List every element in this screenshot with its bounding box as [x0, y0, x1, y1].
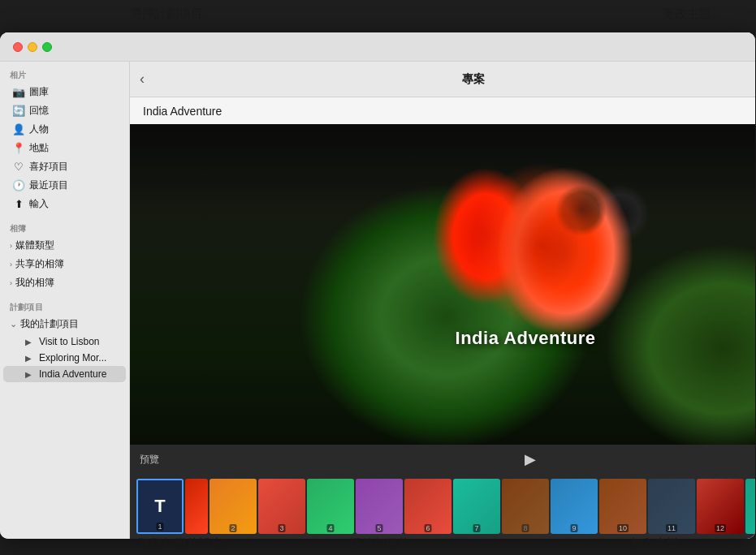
- main-content: ‹ 專案 輸出 🔍 India Adventure 44 張幻燈片・2:38 分…: [130, 32, 755, 539]
- frame-number-11: 11: [666, 524, 677, 532]
- filmstrip-frame-2[interactable]: 2: [210, 479, 257, 534]
- sidebar-item-memories[interactable]: 🔄 回憶: [3, 101, 126, 120]
- frame-number-6: 6: [424, 524, 431, 532]
- close-button[interactable]: [13, 42, 23, 52]
- sidebar-item-people[interactable]: 👤 人物: [3, 120, 126, 139]
- sidebar-item-india-adventure[interactable]: ▶ India Adventure: [3, 366, 126, 382]
- project-header: India Adventure 44 張幻燈片・2:38 分: [130, 97, 755, 124]
- filmstrip-frame-3[interactable]: 3: [258, 479, 305, 534]
- filmstrip-frame-9[interactable]: 9: [551, 479, 598, 534]
- favorites-icon: ♡: [13, 161, 24, 173]
- annotation-add-music: 加入音樂。: [630, 536, 691, 552]
- filmstrip-frame-13[interactable]: 13: [745, 479, 755, 534]
- filmstrip-frame-7[interactable]: 7: [453, 479, 500, 534]
- sidebar-group-my-projects[interactable]: ⌄ 我的計劃項目: [3, 315, 126, 333]
- sidebar-item-favorites[interactable]: ♡ 喜好項目: [3, 157, 126, 176]
- sidebar-section-albums: 相簿: [0, 218, 129, 236]
- frame-number-7: 7: [473, 524, 480, 532]
- sidebar-item-label-memories: 回憶: [29, 104, 49, 118]
- sidebar-section-photos: 相片: [0, 65, 129, 83]
- slideshow-icon-2: ▶: [23, 352, 34, 364]
- filmstrip-frame-6[interactable]: 6: [404, 479, 451, 534]
- filmstrip-frame-4[interactable]: 4: [307, 479, 354, 534]
- sidebar-item-library[interactable]: 📷 圖庫: [3, 83, 126, 101]
- filmstrip-frame-12[interactable]: 12: [697, 479, 744, 534]
- filmstrip-frame-1[interactable]: T 1: [136, 479, 184, 534]
- frame-number-1: 1: [156, 523, 163, 531]
- app-window: 相片 📷 圖庫 🔄 回憶 👤 人物 📍 地點 ♡ 喜好項目 🕐 最近項目 ⬆ 輸…: [0, 32, 755, 539]
- filmstrip: T 1 2 3 4 5 6 7: [130, 474, 755, 539]
- sidebar-item-label-recent: 最近項目: [29, 179, 68, 192]
- sidebar-item-label-visit-lisbon: Visit to Lisbon: [39, 336, 100, 347]
- frame-number-5: 5: [375, 524, 382, 532]
- project-title: India Adventure: [143, 105, 222, 118]
- frame-number-8: 8: [521, 524, 529, 532]
- toolbar-title: 專案: [154, 72, 755, 87]
- chevron-right-icon-2: ›: [10, 260, 12, 269]
- frame-number-2: 2: [229, 524, 236, 532]
- sidebar-group-my-albums[interactable]: › 我的相簿: [3, 273, 126, 292]
- sidebar-section-projects: 計劃項目: [0, 297, 129, 315]
- sidebar-item-label-my-albums: 我的相簿: [15, 276, 54, 290]
- chevron-down-icon: ⌄: [10, 319, 17, 329]
- minimize-button[interactable]: [28, 42, 37, 52]
- preview-area: India Adventure: [130, 124, 755, 445]
- sidebar-group-media-types[interactable]: › 媒體類型: [3, 236, 126, 255]
- people-icon: 👤: [13, 124, 24, 136]
- preview-label: 預覽: [140, 453, 159, 467]
- traffic-lights: [13, 42, 52, 52]
- filmstrip-frame-10[interactable]: 10: [599, 479, 646, 534]
- poppy-overlay: [130, 124, 755, 445]
- sidebar-item-label-library: 圖庫: [29, 85, 49, 99]
- titlebar: [0, 32, 755, 62]
- slideshow-icon-3: ▶: [23, 368, 34, 380]
- filmstrip-frame-5[interactable]: 5: [356, 479, 403, 534]
- annotation-play-slideshow: 播放幻燈片。: [349, 536, 422, 552]
- annotation-preview-settings: 預覽幻燈片設定。: [138, 536, 235, 552]
- sidebar-item-label-media-types: 媒體類型: [15, 239, 54, 252]
- memories-icon: 🔄: [13, 105, 24, 117]
- sidebar-group-shared-albums[interactable]: › 共享的相簿: [3, 255, 126, 273]
- chevron-right-icon: ›: [10, 242, 12, 250]
- recent-icon: 🕐: [13, 180, 24, 191]
- sidebar-item-import[interactable]: ⬆ 輸入: [3, 195, 126, 213]
- sidebar-item-label-india-adventure: India Adventure: [39, 368, 106, 380]
- controls-bar: 預覽 ▶ ↺: [130, 445, 755, 474]
- filmstrip-frame-11[interactable]: 11: [648, 479, 695, 534]
- back-button[interactable]: ‹: [140, 71, 145, 88]
- sidebar-item-label-exploring: Exploring Mor...: [39, 352, 106, 364]
- sidebar-item-label-favorites: 喜好項目: [29, 160, 68, 174]
- frame-number-10: 10: [617, 524, 629, 532]
- title-frame-T: T: [154, 496, 165, 517]
- sidebar-item-exploring[interactable]: ▶ Exploring Mor...: [3, 350, 126, 366]
- annotation-select-project: 選擇計劃項目。: [130, 6, 215, 22]
- toolbar: ‹ 專案 輸出 🔍: [130, 62, 755, 97]
- frame-number-9: 9: [570, 524, 577, 532]
- frame-number-4: 4: [326, 524, 334, 532]
- places-icon: 📍: [13, 143, 24, 154]
- sidebar-item-visit-lisbon[interactable]: ▶ Visit to Lisbon: [3, 333, 126, 350]
- sidebar: 相片 📷 圖庫 🔄 回憶 👤 人物 📍 地點 ♡ 喜好項目 🕐 最近項目 ⬆ 輸…: [0, 32, 130, 539]
- import-icon: ⬆: [13, 199, 24, 210]
- sidebar-my-projects-label: 我的計劃項目: [20, 317, 79, 331]
- frame-number-3: 3: [278, 524, 285, 532]
- chevron-right-icon-3: ›: [10, 279, 12, 287]
- filmstrip-frame-8[interactable]: 8: [502, 479, 549, 534]
- filmstrip-frame-t2[interactable]: [185, 479, 208, 534]
- sidebar-item-recent[interactable]: 🕐 最近項目: [3, 176, 126, 195]
- maximize-button[interactable]: [42, 42, 52, 52]
- preview-overlay-title: India Adventure: [456, 328, 596, 349]
- sidebar-item-label-places: 地點: [29, 141, 49, 155]
- sidebar-item-label-people: 人物: [29, 123, 49, 136]
- sidebar-item-places[interactable]: 📍 地點: [3, 139, 126, 157]
- slideshow-icon-1: ▶: [23, 336, 34, 347]
- sidebar-item-label-shared-albums: 共享的相簿: [15, 257, 64, 271]
- play-button[interactable]: ▶: [525, 450, 536, 468]
- frame-number-12: 12: [715, 524, 726, 532]
- library-icon: 📷: [13, 87, 24, 98]
- annotation-change-theme: 更改主題。: [663, 6, 724, 22]
- sidebar-item-label-import: 輸入: [29, 197, 49, 211]
